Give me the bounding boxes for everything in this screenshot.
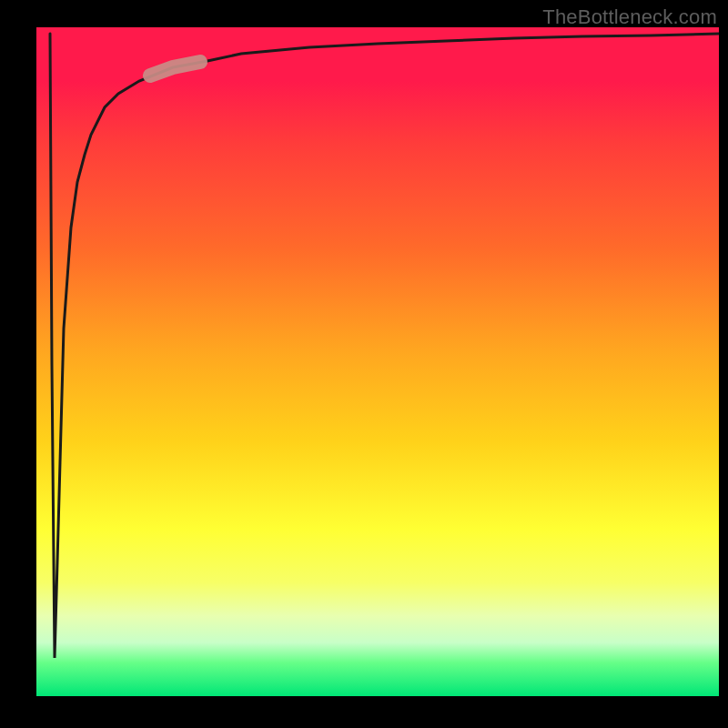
plot-area	[36, 27, 719, 696]
bottleneck-curve	[50, 34, 719, 658]
curve-layer	[36, 27, 719, 696]
attribution-text: TheBottleneck.com	[542, 5, 717, 29]
curve-highlight-segment	[150, 62, 200, 76]
chart-stage: TheBottleneck.com	[0, 0, 728, 728]
